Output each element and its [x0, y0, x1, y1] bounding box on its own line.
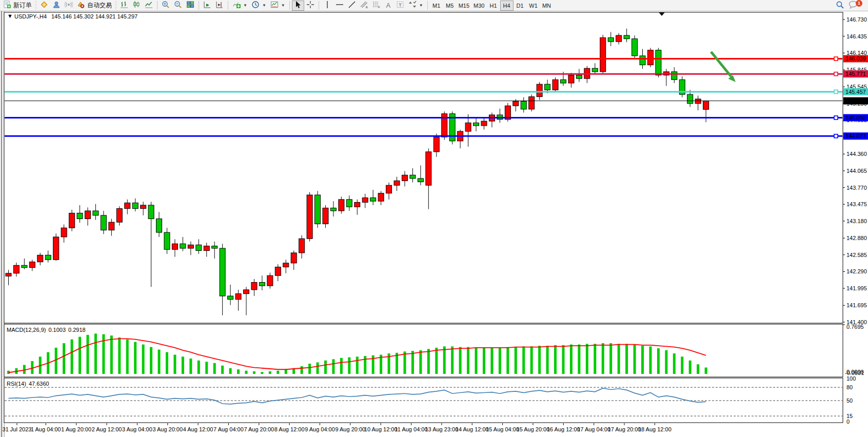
macd-histogram-bar	[467, 347, 469, 374]
macd-histogram-bar	[522, 346, 525, 374]
macd-histogram-bar	[705, 368, 707, 374]
macd-histogram-bar	[562, 345, 565, 374]
candle-down	[592, 68, 598, 72]
macd-histogram-bar	[301, 366, 303, 374]
macd-histogram-bar	[285, 369, 287, 374]
hline-endpoint-marker[interactable]	[834, 90, 838, 93]
time-tick-label: 14 Aug 12:00	[456, 426, 489, 432]
macd-histogram-bar	[618, 344, 620, 374]
macd-histogram-bar	[229, 368, 232, 374]
macd-histogram-bar	[166, 352, 168, 374]
candle-up	[109, 222, 114, 230]
macd-histogram-bar	[324, 361, 327, 374]
price-line-label: 145.000	[845, 115, 866, 121]
macd-panel[interactable]	[4, 324, 843, 377]
macd-histogram-bar	[665, 350, 667, 374]
macd-histogram-bar	[546, 346, 549, 374]
candle-down	[180, 244, 186, 248]
macd-histogram-bar	[697, 364, 699, 374]
candle-up	[481, 121, 487, 126]
macd-histogram-bar	[126, 340, 129, 374]
candle-up	[339, 200, 344, 211]
candle-down	[45, 255, 51, 260]
candle-up	[244, 290, 249, 294]
candle-down	[132, 203, 138, 209]
candle-up	[433, 137, 439, 152]
chart-title-ohlc: 145.146 145.302 144.921 145.297	[51, 13, 137, 19]
candle-up	[172, 244, 177, 249]
price-tick-label: 146.730	[846, 16, 867, 23]
macd-histogram-bar	[499, 348, 501, 374]
chart-title-symbol: USDJPY-,H4	[14, 13, 47, 19]
macd-histogram-bar	[634, 345, 636, 374]
macd-histogram-bar	[150, 347, 152, 374]
candle-up	[600, 37, 606, 71]
macd-histogram-bar	[134, 342, 136, 374]
macd-histogram-bar	[554, 345, 557, 374]
time-tick-label: 9 Aug 04:00	[305, 426, 335, 432]
macd-axis-max-label: 0.7695	[846, 324, 864, 330]
candle-up	[537, 84, 542, 96]
hline-endpoint-marker[interactable]	[834, 72, 838, 76]
time-tick-label: 4 Aug 12:00	[183, 426, 213, 432]
rsi-axis-label: 100	[846, 375, 856, 382]
macd-histogram-bar	[63, 343, 65, 374]
macd-histogram-bar	[649, 346, 652, 374]
time-tick-label: 9 Aug 20:00	[335, 426, 365, 432]
macd-histogram-bar	[332, 359, 334, 374]
macd-histogram-bar	[118, 337, 121, 374]
hline-endpoint-marker[interactable]	[834, 116, 838, 120]
candle-up	[291, 253, 297, 263]
chart-canvas[interactable]: 146.730146.435146.140145.845145.545145.2…	[0, 0, 868, 437]
macd-histogram-bar	[261, 372, 263, 374]
hline-endpoint-marker[interactable]	[834, 134, 838, 138]
macd-histogram-bar	[142, 345, 145, 374]
candle-up	[61, 228, 67, 237]
candle-down	[22, 265, 27, 267]
time-tick-label: 11 Aug 04:00	[395, 426, 428, 432]
candle-up	[378, 193, 384, 201]
time-tick-label: 7 Aug 20:00	[244, 426, 274, 432]
candle-down	[228, 296, 233, 300]
macd-histogram-bar	[78, 337, 81, 374]
macd-histogram-bar	[173, 355, 176, 374]
macd-histogram-bar	[245, 371, 248, 374]
macd-histogram-bar	[625, 344, 628, 374]
macd-histogram-bar	[435, 348, 438, 374]
macd-histogram-bar	[205, 362, 208, 374]
price-tick-label: 144.065	[846, 168, 867, 174]
candle-down	[77, 213, 83, 218]
price-tick-label: 143.770	[846, 185, 867, 191]
price-line-label: 145.297	[845, 98, 866, 104]
time-tick-label: 17 Aug 20:00	[608, 426, 641, 432]
candle-up	[703, 101, 709, 110]
macd-histogram-bar	[110, 335, 113, 374]
macd-histogram-bar	[182, 356, 184, 374]
candle-down	[164, 232, 170, 249]
macd-histogram-bar	[538, 346, 541, 374]
macd-histogram-bar	[451, 346, 453, 374]
price-tick-label: 144.360	[846, 151, 867, 157]
time-tick-label: 15 Aug 04:00	[486, 426, 519, 432]
macd-histogram-bar	[237, 369, 240, 374]
time-tick-label: 1 Aug 20:00	[61, 426, 91, 432]
candle-down	[148, 205, 154, 219]
symbol-dropdown-icon[interactable]: ▼	[7, 13, 13, 19]
candle-up	[362, 198, 368, 203]
candle-up	[275, 267, 281, 276]
candle-up	[529, 97, 535, 109]
macd-histogram-bar	[404, 351, 406, 374]
candle-up	[251, 283, 257, 290]
candle-up	[69, 213, 75, 228]
candle-up	[235, 294, 241, 300]
price-tick-label: 146.435	[846, 33, 867, 39]
macd-histogram-bar	[277, 371, 279, 374]
macd-histogram-bar	[253, 371, 255, 374]
macd-histogram-bar	[198, 361, 200, 374]
macd-histogram-bar	[269, 371, 271, 374]
macd-histogram-bar	[578, 345, 580, 374]
hline-endpoint-marker[interactable]	[834, 57, 838, 61]
macd-histogram-bar	[411, 351, 414, 374]
candle-up	[568, 75, 574, 83]
candle-up	[426, 152, 431, 185]
